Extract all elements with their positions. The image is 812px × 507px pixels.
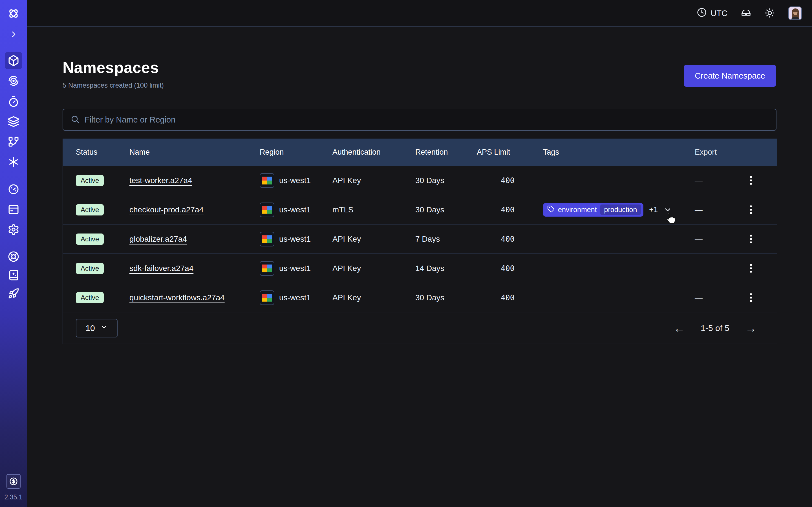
page-title: Namespaces xyxy=(63,59,159,76)
status-badge: Active xyxy=(76,263,104,274)
region-value: us-west1 xyxy=(279,205,311,214)
filter-input[interactable] xyxy=(85,115,769,124)
row-actions-kebab-icon[interactable] xyxy=(742,283,760,312)
export-value: — xyxy=(695,195,703,224)
app-version: 2.35.1 xyxy=(0,494,27,501)
region-value: us-west1 xyxy=(279,264,311,273)
col-retention: Retention xyxy=(415,138,448,166)
aps-limit-value: 400 xyxy=(477,283,515,312)
sidebar-expand-chevron-icon[interactable] xyxy=(9,30,18,39)
sidebar-item-usage[interactable] xyxy=(8,183,19,195)
row-actions-kebab-icon[interactable] xyxy=(742,224,760,253)
sidebar-item-schedules[interactable] xyxy=(8,96,19,107)
region-cell: us-west1 xyxy=(260,254,311,283)
sidebar-item-nexus[interactable] xyxy=(8,136,19,148)
auth-value: API Key xyxy=(333,254,361,283)
temporal-logo-icon[interactable] xyxy=(7,7,20,20)
namespace-link[interactable]: globalizer.a27a4 xyxy=(130,235,187,244)
namespaces-table: Status Name Region Authentication Retent… xyxy=(63,138,777,344)
topbar: UTC xyxy=(27,0,812,27)
status-badge: Active xyxy=(76,204,104,216)
sidebar: 2.35.1 xyxy=(0,0,27,507)
tags-expand-chevron-icon[interactable] xyxy=(663,206,672,214)
status-badge: Active xyxy=(76,292,104,303)
sidebar-item-workflows[interactable] xyxy=(8,75,19,87)
table-header: Status Name Region Authentication Retent… xyxy=(63,138,777,166)
region-value: us-west1 xyxy=(279,235,311,244)
status-badge: Active xyxy=(76,233,104,245)
retention-value: 30 Days xyxy=(415,195,444,224)
sidebar-item-deployments[interactable] xyxy=(8,116,19,128)
sun-icon xyxy=(765,8,775,19)
user-avatar[interactable] xyxy=(788,6,802,20)
region-value: us-west1 xyxy=(279,176,311,185)
tag-value: production xyxy=(600,205,641,215)
glasses-icon xyxy=(741,8,751,19)
aps-limit-value: 400 xyxy=(477,166,515,195)
sidebar-item-billing[interactable] xyxy=(8,204,19,216)
namespace-link[interactable]: sdk-failover.a27a4 xyxy=(130,264,193,273)
clock-icon xyxy=(697,8,707,19)
chevron-down-icon xyxy=(100,323,108,333)
namespace-link[interactable]: test-worker.a27a4 xyxy=(130,176,192,185)
auth-value: API Key xyxy=(333,166,361,195)
main-content: Namespaces 5 Namespaces created (100 lim… xyxy=(27,27,812,507)
table-row: Active checkout-prod.a27a4 us-west1 mTLS… xyxy=(63,195,777,224)
col-region: Region xyxy=(260,138,284,166)
sidebar-item-batch-operations[interactable] xyxy=(8,156,19,168)
page-size-select[interactable]: 10 xyxy=(76,319,117,337)
row-actions-kebab-icon[interactable] xyxy=(742,166,760,195)
table-row: Active globalizer.a27a4 us-west1 API Key… xyxy=(63,224,777,253)
col-aps-limit: APS Limit xyxy=(477,138,510,166)
aps-limit-value: 400 xyxy=(477,195,515,224)
timezone-button[interactable]: UTC xyxy=(697,8,727,19)
retention-value: 14 Days xyxy=(415,254,444,283)
col-status: Status xyxy=(76,138,98,166)
row-actions-kebab-icon[interactable] xyxy=(742,195,760,224)
region-cell: us-west1 xyxy=(260,195,311,224)
retention-value: 7 Days xyxy=(415,224,440,253)
table-row: Active test-worker.a27a4 us-west1 API Ke… xyxy=(63,166,777,195)
namespace-link[interactable]: quickstart-workflows.a27a4 xyxy=(130,293,225,302)
export-value: — xyxy=(695,224,703,253)
auth-value: mTLS xyxy=(333,195,354,224)
tag-icon xyxy=(547,205,555,214)
export-value: — xyxy=(695,283,703,312)
region-cell: us-west1 xyxy=(260,283,311,312)
theme-toggle-button[interactable] xyxy=(765,8,775,19)
col-authentication: Authentication xyxy=(333,138,380,166)
sidebar-item-support[interactable] xyxy=(8,251,19,262)
create-namespace-button[interactable]: Create Namespace xyxy=(684,65,776,87)
export-value: — xyxy=(695,254,703,283)
sidebar-item-getting-started[interactable] xyxy=(8,288,19,299)
page-subtitle: 5 Namespaces created (100 limit) xyxy=(63,81,164,89)
region-cell: us-west1 xyxy=(260,224,311,253)
pagination-range: 1-5 of 5 xyxy=(701,323,729,333)
filter-searchbar xyxy=(63,109,776,131)
gcp-cloud-icon xyxy=(260,173,274,188)
prev-page-arrow-icon[interactable]: ← xyxy=(673,323,685,334)
auth-value: API Key xyxy=(333,283,361,312)
row-actions-kebab-icon[interactable] xyxy=(742,254,760,283)
table-row: Active quickstart-workflows.a27a4 us-wes… xyxy=(63,283,777,312)
gcp-cloud-icon xyxy=(260,203,274,217)
gcp-cloud-icon xyxy=(260,232,274,246)
col-export: Export xyxy=(695,138,717,166)
sidebar-item-settings[interactable] xyxy=(8,224,19,235)
gcp-cloud-icon xyxy=(260,261,274,276)
table-pagination: 10 ← 1-5 of 5 → xyxy=(63,312,777,344)
tags-cell: environment production +1 xyxy=(543,195,672,224)
gcp-cloud-icon xyxy=(260,290,274,305)
sidebar-item-docs[interactable] xyxy=(8,270,19,281)
retention-value: 30 Days xyxy=(415,166,444,195)
search-icon xyxy=(70,115,80,125)
sidebar-item-namespaces[interactable] xyxy=(8,55,19,66)
retention-value: 30 Days xyxy=(415,283,444,312)
next-page-arrow-icon[interactable]: → xyxy=(745,323,756,334)
col-tags: Tags xyxy=(543,138,559,166)
tag-chip[interactable]: environment production xyxy=(543,203,644,217)
namespace-link[interactable]: checkout-prod.a27a4 xyxy=(130,205,204,214)
pricing-badge-icon[interactable] xyxy=(6,474,20,489)
reader-glasses-button[interactable] xyxy=(741,8,751,19)
region-cell: us-west1 xyxy=(260,166,311,195)
